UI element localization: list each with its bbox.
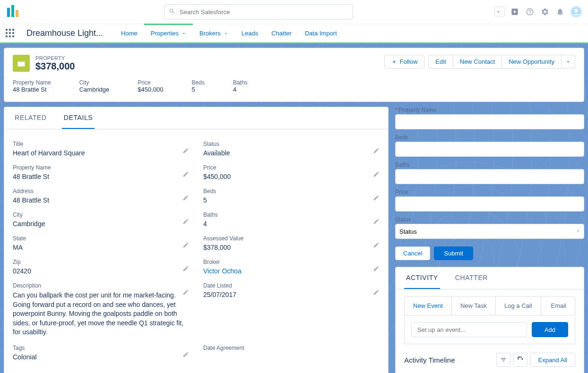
global-add-button[interactable] bbox=[510, 7, 520, 17]
form-baths-label: Baths bbox=[395, 161, 584, 168]
tab-details[interactable]: DETAILS bbox=[62, 107, 95, 129]
form-property-name-input[interactable] bbox=[395, 114, 584, 129]
filter-icon bbox=[500, 356, 507, 363]
field-tags-value: Colonial bbox=[13, 353, 189, 361]
global-header bbox=[0, 0, 588, 24]
field-city-label: City bbox=[13, 212, 189, 218]
nav-leads[interactable]: Leads bbox=[235, 25, 265, 42]
cancel-button[interactable]: Cancel bbox=[395, 246, 430, 260]
edit-icon[interactable] bbox=[373, 289, 380, 296]
nav-properties[interactable]: Properties bbox=[144, 24, 193, 42]
svg-rect-3 bbox=[16, 10, 18, 17]
favorites-button[interactable] bbox=[494, 7, 505, 17]
edit-icon[interactable] bbox=[373, 242, 380, 248]
edit-icon[interactable] bbox=[182, 147, 189, 154]
edit-icon[interactable] bbox=[182, 265, 189, 272]
nav-data-import[interactable]: Data Import bbox=[298, 25, 344, 42]
form-property-name-label: Property Name bbox=[395, 107, 584, 113]
submit-button[interactable]: Submit bbox=[434, 246, 473, 260]
field-assessed-label: Assessed Value bbox=[203, 235, 380, 242]
help-icon[interactable] bbox=[525, 7, 535, 17]
activity-composer-tabs: New Event New Task Log a Call Email bbox=[404, 296, 575, 315]
tab-related[interactable]: RELATED bbox=[13, 107, 49, 129]
event-subject-input[interactable] bbox=[411, 322, 527, 337]
nav-brokers[interactable]: Brokers bbox=[193, 25, 235, 42]
form-price-label: Price bbox=[395, 189, 584, 195]
subtab-log-call[interactable]: Log a Call bbox=[496, 297, 541, 315]
field-price-label: Price bbox=[203, 164, 380, 171]
add-event-button[interactable]: Add bbox=[532, 322, 568, 337]
new-opportunity-button[interactable]: New Opportunity bbox=[502, 55, 562, 68]
field-price-value: $450,000 bbox=[203, 173, 380, 180]
svg-rect-2 bbox=[11, 5, 14, 17]
compact-city: Cambridge bbox=[79, 86, 110, 93]
tab-chatter[interactable]: CHATTER bbox=[453, 267, 490, 289]
field-date-listed-label: Date Listed bbox=[203, 282, 380, 289]
svg-rect-7 bbox=[18, 60, 25, 61]
record-tabs: RELATED DETAILS bbox=[4, 107, 388, 129]
compact-property-name: 48 Brattle St bbox=[13, 86, 51, 93]
chevron-down-icon bbox=[224, 31, 228, 36]
form-beds-label: Beds bbox=[395, 134, 584, 141]
field-beds-value: 5 bbox=[203, 196, 380, 204]
nav-home[interactable]: Home bbox=[114, 25, 144, 42]
field-address-value: 48 Brattle St bbox=[13, 196, 189, 204]
field-baths-value: 4 bbox=[203, 220, 380, 228]
edit-icon[interactable] bbox=[182, 195, 189, 201]
svg-rect-1 bbox=[7, 8, 10, 17]
form-beds-input[interactable] bbox=[395, 142, 584, 157]
form-status-select[interactable]: Status bbox=[395, 224, 584, 239]
notifications-bell-icon[interactable] bbox=[555, 7, 565, 17]
tab-activity[interactable]: ACTIVITY bbox=[404, 267, 440, 289]
edit-icon[interactable] bbox=[373, 218, 380, 225]
salesforce-logo[interactable] bbox=[6, 3, 23, 21]
field-broker-value[interactable]: Victor Ochoa bbox=[203, 267, 380, 275]
subtab-email[interactable]: Email bbox=[542, 297, 575, 315]
global-search bbox=[164, 4, 353, 19]
field-tags-label: Tags bbox=[13, 345, 189, 351]
form-baths-input[interactable] bbox=[395, 169, 584, 184]
edit-icon[interactable] bbox=[182, 218, 189, 225]
compact-property-name-label: Property Name bbox=[13, 79, 51, 86]
user-avatar[interactable] bbox=[570, 6, 582, 18]
expand-all-button[interactable]: Expand All bbox=[530, 353, 575, 367]
form-price-input[interactable] bbox=[395, 196, 584, 212]
edit-icon[interactable] bbox=[182, 242, 189, 248]
nav-chatter[interactable]: Chatter bbox=[265, 25, 298, 42]
compact-city-label: City bbox=[79, 79, 110, 86]
edit-icon[interactable] bbox=[373, 195, 380, 201]
app-name: Dreamhouse Light... bbox=[26, 28, 103, 38]
search-input[interactable] bbox=[164, 4, 353, 19]
compact-beds: 5 bbox=[192, 86, 205, 93]
field-title-label: Title bbox=[13, 141, 189, 147]
app-launcher-icon[interactable] bbox=[6, 29, 15, 38]
activity-panel: ACTIVITY CHATTER New Event New Task Log … bbox=[395, 267, 584, 373]
new-contact-button[interactable]: New Contact bbox=[453, 55, 502, 68]
edit-button[interactable]: Edit bbox=[428, 55, 453, 68]
chevron-down-icon bbox=[182, 31, 186, 36]
timeline-filter-button[interactable] bbox=[496, 353, 510, 367]
field-status-label: Status bbox=[203, 141, 380, 147]
field-zip-value: 02420 bbox=[13, 267, 189, 275]
field-property-name-value: 48 Brattle St bbox=[13, 173, 189, 180]
field-baths-label: Baths bbox=[203, 212, 380, 218]
edit-icon[interactable] bbox=[373, 171, 380, 178]
edit-icon[interactable] bbox=[373, 265, 380, 272]
timeline-refresh-button[interactable] bbox=[513, 353, 527, 367]
edit-icon[interactable] bbox=[373, 147, 380, 154]
compact-price: $450,000 bbox=[138, 86, 163, 93]
plus-icon bbox=[391, 59, 397, 65]
edit-icon[interactable] bbox=[182, 289, 189, 296]
field-state-label: State bbox=[13, 235, 189, 242]
setup-gear-icon[interactable] bbox=[540, 7, 550, 17]
edit-icon[interactable] bbox=[182, 171, 189, 178]
subtab-new-event[interactable]: New Event bbox=[405, 297, 452, 315]
follow-button[interactable]: Follow bbox=[384, 55, 425, 68]
more-actions-button[interactable] bbox=[562, 55, 575, 68]
edit-icon[interactable] bbox=[182, 351, 189, 358]
field-address-label: Address bbox=[13, 188, 189, 195]
compact-baths-label: Baths bbox=[233, 79, 248, 86]
subtab-new-task[interactable]: New Task bbox=[452, 297, 496, 315]
search-icon bbox=[169, 8, 175, 15]
compact-beds-label: Beds bbox=[192, 79, 205, 86]
